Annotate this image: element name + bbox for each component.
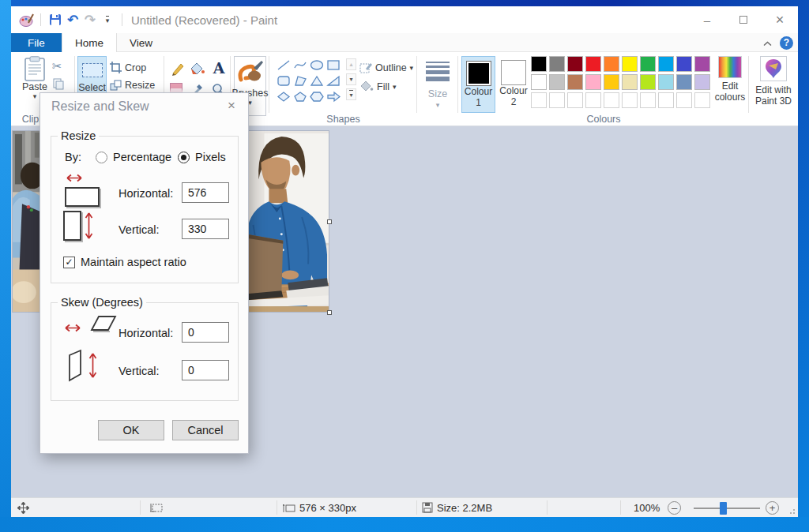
maximize-button[interactable]: [725, 6, 762, 33]
shapes-scroll-up-button[interactable]: ▴: [346, 58, 356, 70]
size-button[interactable]: Size ▾: [417, 52, 458, 123]
redo-button[interactable]: ↷: [81, 11, 99, 28]
palette-swatch[interactable]: [694, 56, 710, 72]
crop-button[interactable]: Crop: [110, 62, 146, 73]
eraser-tool-button[interactable]: [170, 83, 182, 92]
shapes-scroll-down-button[interactable]: ▾: [346, 73, 356, 85]
fill-button[interactable]: Fill ▾: [359, 81, 397, 92]
undo-button[interactable]: ↶: [64, 11, 81, 28]
palette-swatch[interactable]: [531, 56, 547, 72]
palette-swatch[interactable]: [585, 74, 601, 90]
selection-handle-bottom-right[interactable]: [327, 310, 332, 315]
pencil-tool-button[interactable]: [169, 60, 186, 77]
palette-swatch-empty[interactable]: [694, 92, 710, 108]
rectangle-shape-icon[interactable]: [325, 58, 341, 73]
palette-swatch-empty[interactable]: [567, 92, 583, 108]
palette-swatch-empty[interactable]: [531, 92, 547, 108]
tab-home[interactable]: Home: [62, 33, 117, 52]
cancel-button[interactable]: Cancel: [172, 420, 239, 440]
palette-swatch[interactable]: [658, 74, 674, 90]
pixels-radio[interactable]: Pixels: [178, 151, 226, 163]
zoom-slider-thumb[interactable]: [720, 502, 727, 515]
percentage-label: Percentage: [113, 151, 171, 163]
palette-swatch[interactable]: [549, 74, 565, 90]
resize-grip[interactable]: [789, 508, 796, 515]
palette-swatch[interactable]: [640, 56, 656, 72]
file-size-indicator: Size: 2.2MB: [422, 498, 492, 517]
customize-quick-access-button[interactable]: ▾: [99, 11, 116, 28]
right-triangle-shape-icon[interactable]: [325, 73, 341, 88]
shapes-more-button[interactable]: ▾: [346, 88, 356, 100]
palette-swatch-empty[interactable]: [658, 92, 674, 108]
more-icon: ▾: [349, 90, 352, 99]
skew-horizontal-input[interactable]: [182, 322, 229, 343]
palette-swatch[interactable]: [585, 56, 601, 72]
palette-swatch-empty[interactable]: [585, 92, 601, 108]
tab-file[interactable]: File: [11, 33, 62, 52]
ellipse-shape-icon[interactable]: [309, 58, 325, 73]
eraser-icon: [170, 83, 182, 92]
curve-shape-icon[interactable]: [292, 58, 308, 73]
close-button[interactable]: ×: [762, 6, 798, 33]
fill-bucket-icon: [190, 62, 205, 76]
resize-vertical-input[interactable]: [182, 219, 229, 239]
zoom-out-button[interactable]: –: [668, 498, 681, 517]
collapse-ribbon-button[interactable]: [763, 36, 772, 50]
line-shape-icon[interactable]: [276, 58, 292, 73]
palette-swatch[interactable]: [640, 74, 656, 90]
skew-vertical-input[interactable]: [182, 360, 229, 380]
palette-swatch-empty[interactable]: [549, 92, 565, 108]
zoom-in-button[interactable]: +: [766, 498, 779, 517]
resize-button[interactable]: Resize: [110, 80, 155, 91]
palette-swatch[interactable]: [604, 56, 619, 72]
palette-swatch-empty[interactable]: [640, 92, 656, 108]
edit-with-paint3d-button[interactable]: Edit with Paint 3D: [751, 56, 796, 107]
edit-colours-button[interactable]: Edit colours: [713, 56, 747, 103]
ok-button[interactable]: OK: [98, 420, 164, 440]
arrow-right-shape-icon[interactable]: [325, 89, 341, 104]
palette-swatch[interactable]: [658, 56, 674, 72]
triangle-shape-icon[interactable]: [309, 73, 325, 88]
palette-swatch[interactable]: [676, 56, 692, 72]
zoom-slider-track[interactable]: [694, 508, 760, 509]
tab-view[interactable]: View: [117, 33, 165, 52]
crop-label: Crop: [125, 62, 146, 73]
diamond-shape-icon[interactable]: [276, 89, 292, 104]
maximize-icon: [739, 16, 747, 24]
hexagon-shape-icon[interactable]: [309, 89, 325, 104]
fill-tool-button[interactable]: [189, 60, 206, 77]
help-button[interactable]: ?: [780, 36, 793, 50]
palette-swatch[interactable]: [531, 74, 547, 90]
palette-swatch-empty[interactable]: [676, 92, 692, 108]
palette-swatch[interactable]: [567, 56, 583, 72]
percentage-radio[interactable]: Percentage: [96, 151, 171, 163]
palette-swatch[interactable]: [549, 56, 565, 72]
palette-swatch[interactable]: [694, 74, 710, 90]
palette-swatch[interactable]: [604, 74, 619, 90]
resize-horizontal-input[interactable]: [182, 182, 229, 203]
select-icon: [82, 63, 103, 77]
colour2-button[interactable]: Colour 2: [498, 56, 529, 113]
copy-button[interactable]: [53, 78, 64, 93]
titlebar: ↶ ↷ ▾ Untitled (Recovered) - Paint – ×: [11, 6, 798, 33]
palette-swatch[interactable]: [622, 56, 638, 72]
palette-swatch-empty[interactable]: [604, 92, 619, 108]
colour1-button[interactable]: Colour 1: [461, 56, 495, 113]
save-button[interactable]: [47, 11, 64, 28]
selection-handle-right[interactable]: [327, 219, 332, 224]
palette-swatch[interactable]: [676, 74, 692, 90]
palette-swatch[interactable]: [622, 74, 638, 90]
rounded-rectangle-shape-icon[interactable]: [276, 73, 292, 88]
cut-button[interactable]: ✂: [52, 59, 62, 73]
outline-button[interactable]: Outline ▾: [359, 62, 413, 73]
dialog-close-button[interactable]: ×: [223, 98, 240, 114]
minimize-button[interactable]: –: [689, 6, 725, 33]
resize-skew-dialog: Resize and Skew × Resize By: Percentage …: [40, 92, 249, 454]
maintain-aspect-checkbox[interactable]: ✓ Maintain aspect ratio: [63, 256, 186, 268]
pentagon-shape-icon[interactable]: [292, 89, 308, 104]
palette-swatch[interactable]: [567, 74, 583, 90]
palette-swatch-empty[interactable]: [622, 92, 638, 108]
fill-label: Fill: [377, 81, 389, 92]
text-tool-button[interactable]: A: [210, 59, 228, 77]
polygon-shape-icon[interactable]: [292, 73, 308, 88]
